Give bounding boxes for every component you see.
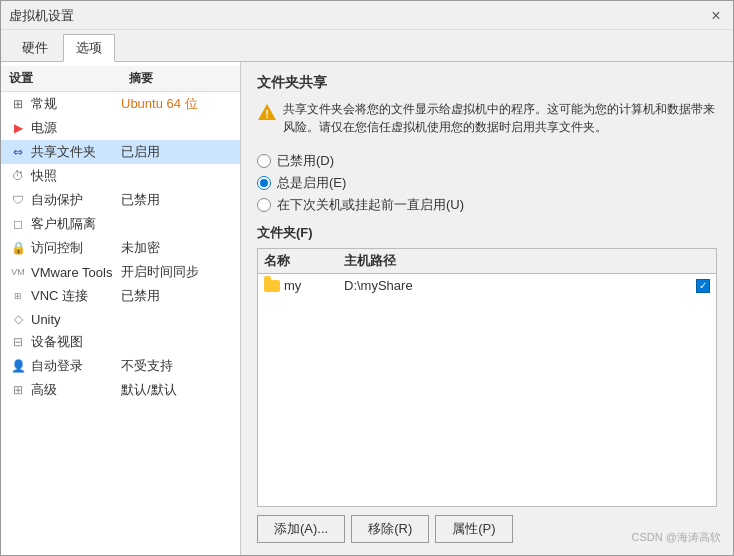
item-name-power: 电源 bbox=[31, 119, 121, 137]
item-name-general: 常规 bbox=[31, 95, 121, 113]
radio-circle-until-shutdown bbox=[257, 198, 271, 212]
list-header: 设置 摘要 bbox=[1, 66, 240, 92]
watermark: CSDN @海涛高软 bbox=[632, 530, 721, 545]
radio-until-shutdown[interactable]: 在下次关机或挂起前一直启用(U) bbox=[257, 196, 717, 214]
display-icon: ⊟ bbox=[9, 334, 27, 350]
folder-row-path: D:\myShare bbox=[344, 278, 696, 293]
item-name-snapshot: 快照 bbox=[31, 167, 121, 185]
sidebar-item-device-view[interactable]: ⊟ 设备视图 bbox=[1, 330, 240, 354]
window-title: 虚拟机设置 bbox=[9, 7, 74, 25]
item-summary-autoprotect: 已禁用 bbox=[121, 191, 232, 209]
folder-section-title: 文件夹(F) bbox=[257, 224, 717, 242]
folder-header-path: 主机路径 bbox=[344, 252, 710, 270]
radio-always-enable[interactable]: 总是启用(E) bbox=[257, 174, 717, 192]
item-summary-autologin: 不受支持 bbox=[121, 357, 232, 375]
item-name-guest-isolation: 客户机隔离 bbox=[31, 215, 121, 233]
item-summary-vnc: 已禁用 bbox=[121, 287, 232, 305]
cpu-icon: ⊞ bbox=[9, 96, 27, 112]
warning-box: ! 共享文件夹会将您的文件显示给虚拟机中的程序。这可能为您的计算机和数据带来风险… bbox=[257, 100, 717, 136]
folder-table-header: 名称 主机路径 bbox=[258, 249, 716, 274]
sidebar-item-vmware-tools[interactable]: VM VMware Tools 开启时间同步 bbox=[1, 260, 240, 284]
lock-icon: 🔒 bbox=[9, 240, 27, 256]
item-summary-vmware-tools: 开启时间同步 bbox=[121, 263, 232, 281]
item-name-device-view: 设备视图 bbox=[31, 333, 121, 351]
sidebar-item-snapshot[interactable]: ⏱ 快照 bbox=[1, 164, 240, 188]
sidebar-item-general[interactable]: ⊞ 常规 Ubuntu 64 位 bbox=[1, 92, 240, 116]
radio-circle-always-enable bbox=[257, 176, 271, 190]
item-name-vmware-tools: VMware Tools bbox=[31, 265, 121, 280]
tab-hardware[interactable]: 硬件 bbox=[9, 34, 61, 61]
section-title-folder-sharing: 文件夹共享 bbox=[257, 74, 717, 92]
title-bar: 虚拟机设置 × bbox=[1, 1, 733, 30]
left-panel: 设置 摘要 ⊞ 常规 Ubuntu 64 位 ▶ 电源 ⇔ 共享文件夹 已启用 … bbox=[1, 62, 241, 555]
folder-icon bbox=[264, 279, 280, 293]
autologin-icon: 👤 bbox=[9, 358, 27, 374]
header-summary: 摘要 bbox=[129, 70, 232, 87]
item-name-access-control: 访问控制 bbox=[31, 239, 121, 257]
warning-text: 共享文件夹会将您的文件显示给虚拟机中的程序。这可能为您的计算机和数据带来风险。请… bbox=[283, 100, 717, 136]
radio-label-disabled: 已禁用(D) bbox=[277, 152, 334, 170]
folder-shape-icon bbox=[264, 280, 280, 292]
sidebar-item-power[interactable]: ▶ 电源 bbox=[1, 116, 240, 140]
add-button[interactable]: 添加(A)... bbox=[257, 515, 345, 543]
tab-options[interactable]: 选项 bbox=[63, 34, 115, 62]
radio-group: 已禁用(D) 总是启用(E) 在下次关机或挂起前一直启用(U) bbox=[257, 152, 717, 214]
item-name-autoprotect: 自动保护 bbox=[31, 191, 121, 209]
unity-icon: ◇ bbox=[9, 311, 27, 327]
item-summary-shared: 已启用 bbox=[121, 143, 232, 161]
main-content: 设置 摘要 ⊞ 常规 Ubuntu 64 位 ▶ 电源 ⇔ 共享文件夹 已启用 … bbox=[1, 62, 733, 555]
sidebar-item-shared-folders[interactable]: ⇔ 共享文件夹 已启用 bbox=[1, 140, 240, 164]
remove-button[interactable]: 移除(R) bbox=[351, 515, 429, 543]
item-name-shared: 共享文件夹 bbox=[31, 143, 121, 161]
close-button[interactable]: × bbox=[707, 7, 725, 25]
vnc-icon: ⊞ bbox=[9, 288, 27, 304]
main-window: 虚拟机设置 × 硬件 选项 设置 摘要 ⊞ 常规 Ubuntu 64 位 ▶ 电… bbox=[0, 0, 734, 556]
item-name-vnc: VNC 连接 bbox=[31, 287, 121, 305]
folder-row-checkbox[interactable] bbox=[696, 279, 710, 293]
radio-circle-disabled bbox=[257, 154, 271, 168]
sidebar-item-advanced[interactable]: ⊞ 高级 默认/默认 bbox=[1, 378, 240, 402]
sidebar-item-access-control[interactable]: 🔒 访问控制 未加密 bbox=[1, 236, 240, 260]
item-summary-general: Ubuntu 64 位 bbox=[121, 95, 232, 113]
tab-bar: 硬件 选项 bbox=[1, 30, 733, 62]
item-name-unity: Unity bbox=[31, 312, 121, 327]
shield-icon: 🛡 bbox=[9, 192, 27, 208]
advanced-icon: ⊞ bbox=[9, 382, 27, 398]
folder-header-name: 名称 bbox=[264, 252, 344, 270]
sidebar-item-unity[interactable]: ◇ Unity bbox=[1, 308, 240, 330]
svg-text:!: ! bbox=[265, 108, 269, 120]
warning-icon: ! bbox=[257, 102, 277, 122]
radio-label-always-enable: 总是启用(E) bbox=[277, 174, 346, 192]
sidebar-item-autoprotect[interactable]: 🛡 自动保护 已禁用 bbox=[1, 188, 240, 212]
sidebar-item-vnc[interactable]: ⊞ VNC 连接 已禁用 bbox=[1, 284, 240, 308]
vmtools-icon: VM bbox=[9, 264, 27, 280]
table-row[interactable]: my D:\myShare bbox=[258, 274, 716, 297]
sidebar-item-guest-isolation[interactable]: ◻ 客户机隔离 bbox=[1, 212, 240, 236]
snapshot-icon: ⏱ bbox=[9, 168, 27, 184]
share-icon: ⇔ bbox=[9, 144, 27, 160]
sidebar-item-autologin[interactable]: 👤 自动登录 不受支持 bbox=[1, 354, 240, 378]
radio-label-until-shutdown: 在下次关机或挂起前一直启用(U) bbox=[277, 196, 464, 214]
properties-button[interactable]: 属性(P) bbox=[435, 515, 512, 543]
item-summary-access-control: 未加密 bbox=[121, 239, 232, 257]
folder-table: 名称 主机路径 my D:\myShare bbox=[257, 248, 717, 507]
header-settings: 设置 bbox=[9, 70, 129, 87]
item-summary-advanced: 默认/默认 bbox=[121, 381, 232, 399]
vm-icon: ◻ bbox=[9, 216, 27, 232]
item-name-autologin: 自动登录 bbox=[31, 357, 121, 375]
right-panel: 文件夹共享 ! 共享文件夹会将您的文件显示给虚拟机中的程序。这可能为您的计算机和… bbox=[241, 62, 733, 555]
folder-row-name: my bbox=[284, 278, 344, 293]
radio-disabled[interactable]: 已禁用(D) bbox=[257, 152, 717, 170]
item-name-advanced: 高级 bbox=[31, 381, 121, 399]
power-icon: ▶ bbox=[9, 120, 27, 136]
